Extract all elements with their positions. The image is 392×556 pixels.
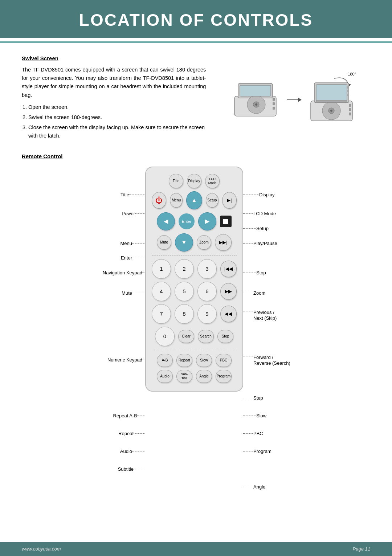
stop-icon	[223, 219, 228, 224]
btn-num-1[interactable]: 1	[152, 259, 171, 279]
label-repeat: Repeat	[76, 425, 145, 442]
svg-rect-23	[347, 90, 349, 92]
btn-subtitle[interactable]: Sub-Title	[176, 370, 192, 383]
swivel-description: The TF-DVD8501 comes equipped with a scr…	[22, 66, 206, 99]
label-menu: Menu	[76, 234, 145, 253]
svg-rect-17	[316, 85, 347, 101]
btn-power[interactable]: ⏻	[152, 192, 166, 209]
btn-angle[interactable]: Angle	[196, 370, 212, 383]
btn-nav-up[interactable]: ▲	[186, 191, 202, 209]
btn-menu[interactable]: Menu	[170, 193, 183, 208]
remote-diagram: Title Power Menu Enter	[22, 167, 370, 496]
btn-forward[interactable]: ▶▶	[220, 283, 237, 300]
svg-rect-8	[273, 107, 275, 110]
btn-ab[interactable]: A-B	[157, 354, 173, 367]
btn-setup[interactable]: Setup	[206, 193, 219, 208]
btn-audio[interactable]: Audio	[157, 370, 173, 383]
btn-display[interactable]: Display	[187, 174, 201, 188]
btn-mute[interactable]: Mute	[157, 235, 171, 250]
btn-num-2[interactable]: 2	[175, 259, 194, 279]
btn-num-0[interactable]: 0	[155, 327, 175, 346]
label-angle: Angle	[243, 478, 316, 496]
label-num-spacer3	[76, 371, 145, 389]
remote-row-nums-789: 7 8 9 ◀◀	[152, 304, 237, 324]
svg-rect-21	[349, 113, 351, 115]
remote-row-nav-bottom: Mute ▼ Zoom ▶▶|	[152, 233, 237, 252]
svg-rect-6	[273, 98, 275, 101]
btn-num-8[interactable]: 8	[175, 304, 194, 324]
label-spacer-r2	[243, 326, 316, 349]
btn-num-9[interactable]: 9	[197, 304, 217, 324]
btn-num-5[interactable]: 5	[175, 282, 194, 301]
btn-num-6[interactable]: 6	[197, 282, 217, 301]
remote-title: Remote Control	[22, 153, 370, 159]
btn-reverse[interactable]: ◀◀	[220, 306, 237, 322]
label-spacer-r4	[243, 460, 316, 478]
btn-zoom[interactable]: Zoom	[197, 235, 211, 250]
left-labels-column: Title Power Menu Enter	[76, 167, 145, 478]
svg-rect-20	[349, 108, 351, 111]
label-zoom: Zoom	[243, 283, 316, 304]
svg-rect-19	[349, 104, 351, 107]
btn-lcd-mode[interactable]: LCDMode	[205, 174, 220, 188]
right-labels-column: Display LCD Mode Setup Play/Pause	[243, 167, 316, 496]
swivel-image: 180°	[217, 54, 370, 142]
btn-prev-skip[interactable]: |◀◀	[220, 261, 237, 277]
btn-repeat[interactable]: Repeat	[176, 354, 192, 367]
btn-step[interactable]: Step	[217, 330, 233, 343]
angle-label: 180°	[348, 72, 356, 76]
label-spacer-r3	[243, 371, 316, 389]
swivel-step-3: Close the screen with the display facing…	[28, 123, 206, 140]
svg-marker-10	[298, 98, 302, 102]
swivel-step-1: Open the screen.	[28, 103, 206, 111]
remote-row-nav: ◀ Enter ▶	[152, 212, 237, 230]
label-prev-next: Previous /Next (Skip)	[243, 304, 316, 326]
btn-next-skip[interactable]: ▶▶|	[215, 234, 232, 251]
label-spacer-r1	[243, 253, 316, 263]
remote-row-nums-0: 0 Clear Search Step	[152, 327, 237, 346]
label-mute: Mute	[76, 283, 145, 304]
btn-slow[interactable]: Slow	[196, 354, 212, 367]
page-title: LOCATION OF CONTROLS	[0, 10, 392, 30]
btn-title[interactable]: Title	[169, 174, 183, 188]
label-display: Display	[243, 185, 316, 204]
page-header: LOCATION OF CONTROLS	[0, 0, 392, 38]
btn-nav-down[interactable]: ▼	[175, 233, 193, 252]
label-audio: Audio	[76, 442, 145, 460]
btn-nav-right[interactable]: ▶	[198, 212, 216, 230]
label-stop: Stop	[243, 263, 316, 283]
svg-point-15	[330, 110, 332, 112]
label-num-spacer4	[76, 389, 145, 407]
svg-rect-7	[273, 102, 275, 105]
separator-2	[152, 350, 237, 350]
dvd-rotated-container: 180°	[305, 72, 358, 128]
remote-row-top-labels: Title Display LCDMode	[152, 174, 237, 188]
btn-search[interactable]: Search	[198, 330, 214, 343]
remote-row-power-setup: ⏻ Menu ▲ Setup ▶|	[152, 191, 237, 209]
btn-enter[interactable]: Enter	[179, 213, 195, 229]
swivel-title: Swivel Screen	[22, 54, 206, 63]
btn-stop[interactable]	[220, 216, 232, 227]
remote-row-audio: Audio Sub-Title Angle Program	[152, 370, 237, 383]
label-step: Step	[243, 389, 316, 407]
btn-pbc[interactable]: PBC	[216, 354, 232, 367]
btn-num-3[interactable]: 3	[197, 259, 217, 279]
page-footer: www.cobyusa.com Page 11	[0, 542, 392, 556]
footer-page: Page 11	[353, 546, 370, 552]
btn-num-7[interactable]: 7	[152, 304, 171, 324]
label-pbc: PBC	[243, 425, 316, 442]
btn-nav-left[interactable]: ◀	[157, 212, 175, 230]
footer-website: www.cobyusa.com	[22, 546, 61, 552]
btn-play-pause[interactable]: ▶|	[222, 192, 237, 209]
label-program: Program	[243, 442, 316, 460]
label-numeric-keypad: Numeric Keypad	[76, 349, 145, 371]
swivel-step-2: Swivel the screen 180-degrees.	[28, 113, 206, 122]
svg-point-4	[255, 103, 257, 106]
btn-program[interactable]: Program	[216, 370, 232, 383]
btn-clear[interactable]: Clear	[178, 330, 194, 343]
remote-section: Remote Control Title Power M	[22, 153, 370, 496]
label-nav-keypad: Navigation Keypad	[76, 263, 145, 283]
remote-row-nums-123: 1 2 3 |◀◀	[152, 259, 237, 279]
svg-rect-22	[347, 86, 349, 89]
btn-num-4[interactable]: 4	[152, 282, 171, 301]
